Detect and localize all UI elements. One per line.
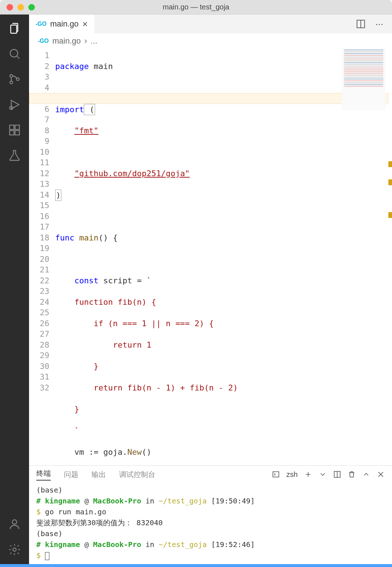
terminal-launch-icon[interactable] [272,470,280,478]
go-file-icon: -GO [38,38,49,44]
extensions-icon[interactable] [8,123,21,137]
tab-terminal[interactable]: 终端 [36,469,51,481]
tab-debug-console[interactable]: 调试控制台 [119,470,155,479]
tab-bar: -GO main.go × ··· [29,15,392,33]
go-file-icon: -GO [36,21,46,27]
panel-tabs: 终端 问题 输出 调试控制台 zsh [29,466,392,483]
svg-point-9 [12,520,17,524]
line-gutter: 1234567891011121314151617181920212223242… [29,49,55,465]
terminal-panel: 终端 问题 输出 调试控制台 zsh (base) # kingname @ M… [29,465,392,567]
scroll-marker [388,179,392,185]
breadcrumb[interactable]: -GO main.go › ... [29,33,392,49]
dock-bottom-edge [0,564,392,567]
chevron-up-icon[interactable] [362,470,370,478]
maximize-window-button[interactable] [28,4,35,11]
code-area[interactable]: package main import ( "fmt" "github.com/… [55,49,392,465]
terminal-cursor [45,552,49,560]
close-panel-icon[interactable] [377,470,385,478]
search-icon[interactable] [8,47,21,60]
svg-point-2 [10,81,13,84]
minimap[interactable] [342,49,385,110]
split-editor-icon[interactable] [356,19,366,29]
svg-rect-5 [10,125,14,130]
tab-main-go[interactable]: -GO main.go × [29,15,94,33]
more-actions-icon[interactable]: ··· [375,19,383,30]
settings-gear-icon[interactable] [8,543,21,556]
titlebar: main.go — test_goja [0,0,392,15]
breadcrumb-more: ... [91,36,97,46]
close-icon[interactable]: × [82,19,88,30]
tab-output[interactable]: 输出 [91,470,106,479]
new-terminal-icon[interactable] [304,470,312,478]
run-debug-icon[interactable] [8,98,21,111]
svg-point-0 [10,49,18,57]
explorer-icon[interactable] [8,22,21,35]
scroll-marker [388,161,392,167]
chevron-down-icon[interactable] [319,470,327,478]
source-control-icon[interactable] [8,73,21,86]
traffic-lights [0,4,35,11]
breadcrumb-file: main.go [52,36,81,46]
scroll-marker [388,212,392,218]
editor[interactable]: 1234567891011121314151617181920212223242… [29,49,392,465]
svg-point-1 [10,74,13,77]
svg-rect-8 [15,125,20,130]
svg-rect-12 [273,472,279,477]
account-icon[interactable] [8,518,21,531]
svg-rect-6 [10,131,14,135]
window-title: main.go — test_goja [163,3,229,11]
svg-rect-7 [15,131,20,135]
shell-name[interactable]: zsh [286,470,298,479]
tab-problems[interactable]: 问题 [64,470,78,479]
tab-label: main.go [50,19,78,29]
flask-icon[interactable] [8,149,21,162]
svg-point-10 [13,548,16,551]
activity-bar [0,15,29,567]
close-window-button[interactable] [7,4,13,11]
minimize-window-button[interactable] [17,4,24,11]
trash-icon[interactable] [348,470,356,478]
split-terminal-icon[interactable] [333,470,341,478]
terminal-content[interactable]: (base) # kingname @ MacBook-Pro in ~/tes… [29,483,392,567]
